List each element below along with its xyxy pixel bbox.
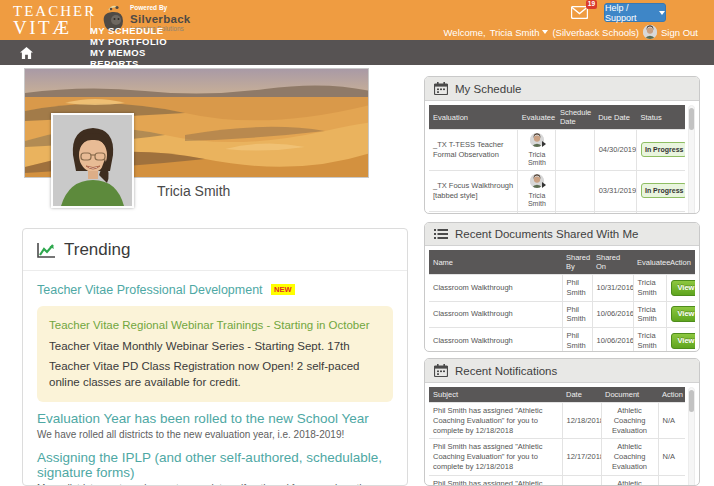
view-button[interactable]: View — [671, 333, 696, 349]
featured-article-link[interactable]: Teacher Vitae Professional Development — [37, 283, 263, 297]
recent-notifications-panel: Recent Notifications SubjectDateDocument… — [424, 358, 700, 486]
list-icon — [434, 228, 448, 240]
action-cell: N/A — [658, 475, 685, 486]
chevron-down-icon — [659, 11, 665, 15]
article: Evaluation Year has been rolled to the n… — [37, 411, 393, 441]
document-row: Classroom WalkthroughPhil Smith10/31/201… — [429, 275, 695, 302]
evaluatee-name: Tricia Smith — [522, 151, 551, 167]
recent-documents-panel: Recent Documents Shared With Me NameShar… — [424, 222, 700, 352]
column-header: Subject — [429, 387, 562, 403]
my-schedule-panel: My Schedule EvaluationEvaluateeSchedule … — [424, 76, 700, 214]
evaluatee-cell: Tricia Smith — [633, 328, 666, 353]
column-header: Shared By — [562, 250, 592, 275]
recent-notifications-title: Recent Notifications — [455, 365, 557, 377]
action-cell: View — [666, 328, 695, 353]
evaluatee-cell: Tricia Smith — [518, 170, 556, 211]
notification-row: Phil Smith has assigned "Athletic Coachi… — [429, 403, 685, 439]
column-header: Evaluatee — [633, 250, 666, 275]
status-cell: In Progress — [636, 130, 685, 171]
column-header: Schedule Date — [556, 105, 594, 130]
home-icon[interactable] — [20, 47, 33, 59]
help-support-button[interactable]: Help / Support — [604, 3, 666, 22]
schedule-table: EvaluationEvaluateeSchedule DateDue Date… — [429, 105, 685, 214]
notifications-scrollbar[interactable] — [688, 387, 695, 486]
recent-documents-header: Recent Documents Shared With Me — [425, 223, 699, 246]
nav-item-my-memos[interactable]: MY MEMOS — [90, 47, 167, 58]
view-button[interactable]: View — [671, 280, 696, 296]
avatar-icon — [643, 25, 657, 39]
document-row: Classroom WalkthroughPhil Smith10/06/201… — [429, 301, 695, 328]
profile-photo — [51, 113, 134, 208]
shared-on-cell: 10/06/2016 — [592, 301, 633, 328]
shared-by-cell: Phil Smith — [562, 275, 592, 302]
column-header: Action — [658, 387, 685, 403]
column-header: Date — [562, 387, 601, 403]
recent-notifications-header: Recent Notifications — [425, 359, 699, 383]
highlight-item: Teacher Vitae PD Class Registration now … — [49, 359, 381, 390]
document-cell: Athletic Coaching Evaluation — [601, 403, 658, 439]
evaluatee-name: Tricia Smith — [522, 192, 551, 208]
schedule-date-cell — [556, 170, 594, 211]
trending-chart-icon — [37, 242, 56, 258]
evaluatee-cell: Tricia Smith — [633, 275, 666, 302]
mail-icon[interactable]: 19 — [571, 5, 588, 18]
date-cell: 12/17/2018 — [562, 439, 601, 475]
status-cell: Not Started — [636, 211, 685, 214]
schedule-date-cell — [556, 211, 594, 214]
documents-table: NameShared ByShared OnEvaluateeActionCla… — [429, 250, 695, 352]
brand-name: Silverback — [130, 14, 191, 26]
shared-on-cell: 10/06/2016 — [592, 328, 633, 353]
table-header-row: SubjectDateDocumentAction — [429, 387, 685, 403]
my-schedule-title: My Schedule — [455, 83, 521, 95]
portrait-image — [53, 115, 132, 206]
schedule-scrollbar[interactable] — [688, 105, 695, 214]
nav-item-my-schedule[interactable]: MY SCHEDULE — [90, 25, 167, 36]
mail-badge: 19 — [586, 0, 597, 9]
column-header: Due Date — [594, 105, 636, 130]
view-button[interactable]: View — [671, 306, 696, 322]
highlight-item[interactable]: Teacher Vitae Regional Webinar Trainings… — [49, 318, 381, 334]
date-cell: 12/17/2018 — [562, 475, 601, 486]
main-nav: MY SCHEDULEMY PORTFOLIOMY MEMOSREPORTSMo… — [0, 40, 714, 65]
status-cell: In Progress — [636, 170, 685, 211]
new-badge: NEW — [271, 284, 295, 295]
document-cell: Athletic Coaching Evaluation — [601, 439, 658, 475]
help-support-label: Help / Support — [605, 3, 656, 23]
column-header: Shared On — [592, 250, 633, 275]
action-cell: View — [666, 275, 695, 302]
document-name-cell: Classroom Walkthrough — [429, 328, 562, 353]
document-name-cell: Classroom Walkthrough — [429, 301, 562, 328]
divider — [23, 270, 407, 271]
user-menu[interactable]: Tricia Smith — [490, 27, 549, 38]
sign-out-link[interactable]: Sign Out — [661, 27, 698, 38]
nav-item-my-portfolio[interactable]: MY PORTFOLIO — [90, 36, 167, 47]
date-cell: 12/18/2018 — [562, 403, 601, 439]
subject-cell: Phil Smith has assigned "Athletic Coachi… — [429, 403, 562, 439]
evaluatee-cell — [518, 211, 556, 214]
trending-panel: Trending Teacher Vitae Professional Deve… — [22, 228, 408, 486]
article-body: We have rolled all districts to the new … — [37, 428, 393, 441]
status-badge: In Progress — [641, 183, 685, 198]
document-name-cell: Classroom Walkthrough — [429, 275, 562, 302]
subject-cell: Phil Smith has assigned "Athletic Coachi… — [429, 475, 562, 486]
column-header: Name — [429, 250, 562, 275]
document-row: Classroom WalkthroughPhil Smith10/06/201… — [429, 328, 695, 353]
powered-by-label: Powered By — [130, 5, 191, 12]
notification-row: Phil Smith has assigned "Athletic Coachi… — [429, 475, 685, 486]
article-title[interactable]: Evaluation Year has been rolled to the n… — [37, 411, 393, 426]
notification-row: Phil Smith has assigned "Athletic Coachi… — [429, 439, 685, 475]
action-cell: N/A — [658, 439, 685, 475]
evaluation-cell: Athletic Coaching Evaluation — [429, 211, 518, 214]
shared-by-cell: Phil Smith — [562, 328, 592, 353]
highlight-box: Teacher Vitae Regional Webinar Trainings… — [37, 306, 393, 402]
article-title[interactable]: Assigning the IPLP (and other self-autho… — [37, 450, 393, 480]
notifications-table: SubjectDateDocumentActionPhil Smith has … — [429, 387, 685, 486]
article-body: Many districts want employees to complet… — [37, 482, 393, 486]
shared-on-cell: 10/31/2016 — [592, 275, 633, 302]
table-header-row: NameShared ByShared OnEvaluateeAction — [429, 250, 695, 275]
calendar-icon — [434, 364, 448, 377]
column-header: Evaluation — [429, 105, 518, 130]
trending-title: Trending — [64, 240, 130, 260]
subject-cell: Phil Smith has assigned "Athletic Coachi… — [429, 439, 562, 475]
evaluatee-cell: Tricia Smith — [518, 130, 556, 171]
